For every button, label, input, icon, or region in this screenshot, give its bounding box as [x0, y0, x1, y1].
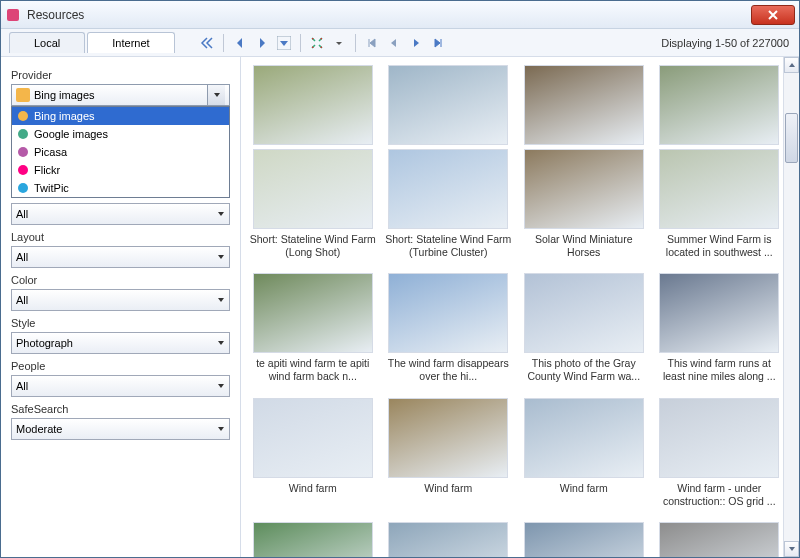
- result-card[interactable]: Wind farm: [385, 398, 513, 518]
- provider-option-label: Google images: [34, 128, 108, 140]
- expand-icon[interactable]: [307, 33, 327, 53]
- scroll-thumb[interactable]: [785, 113, 798, 163]
- result-thumbnail[interactable]: [524, 273, 644, 353]
- result-thumbnail[interactable]: [659, 273, 779, 353]
- filter-label: Color: [11, 274, 230, 286]
- result-thumbnail[interactable]: [524, 65, 644, 145]
- result-card[interactable]: Summer Wind Farm is located in southwest…: [656, 149, 784, 269]
- result-card[interactable]: [249, 522, 377, 557]
- result-card[interactable]: [520, 65, 648, 145]
- close-button[interactable]: [751, 5, 795, 25]
- result-thumbnail[interactable]: [388, 522, 508, 557]
- result-card[interactable]: Solar Wind Miniature Horses: [520, 149, 648, 269]
- scroll-up-icon[interactable]: [784, 57, 799, 73]
- chevron-down-icon: [217, 423, 225, 435]
- tab-bar: Local Internet: [9, 32, 177, 53]
- result-card[interactable]: Short: Stateline Wind Farm (Turbine Clus…: [385, 149, 513, 269]
- filter-select-style[interactable]: Photograph: [11, 332, 230, 354]
- provider-icon: [16, 109, 30, 123]
- nav-first-group-icon[interactable]: [197, 33, 217, 53]
- provider-label: Provider: [11, 69, 230, 81]
- provider-option[interactable]: Picasa: [12, 143, 229, 161]
- result-card[interactable]: Wind farm: [520, 398, 648, 518]
- nav-back-icon[interactable]: [230, 33, 250, 53]
- result-thumbnail[interactable]: [253, 398, 373, 478]
- result-card[interactable]: [385, 522, 513, 557]
- dropdown-icon[interactable]: [329, 33, 349, 53]
- result-card[interactable]: Wind farm: [249, 398, 377, 518]
- filter-value: Photograph: [16, 337, 73, 349]
- result-thumbnail[interactable]: [253, 65, 373, 145]
- result-card[interactable]: Wind farm - under construction:: OS grid…: [656, 398, 784, 518]
- result-card[interactable]: te apiti wind farm te apiti wind farm ba…: [249, 273, 377, 393]
- result-thumbnail[interactable]: [388, 398, 508, 478]
- svg-point-6: [18, 183, 28, 193]
- nav-down-icon[interactable]: [274, 33, 294, 53]
- filter-label: Layout: [11, 231, 230, 243]
- scroll-down-icon[interactable]: [784, 541, 799, 557]
- sidebar: Provider Bing images Bing imagesGoogle i…: [1, 57, 241, 557]
- provider-option[interactable]: TwitPic: [12, 179, 229, 197]
- svg-point-5: [18, 165, 28, 175]
- result-caption: Wind farm: [424, 482, 472, 495]
- filters-panel: SizeAllLayoutAllColorAllStylePhotographP…: [11, 188, 230, 440]
- result-thumbnail[interactable]: [659, 149, 779, 229]
- provider-option-label: Bing images: [34, 110, 95, 122]
- filter-select-size[interactable]: All: [11, 203, 230, 225]
- result-caption: Wind farm: [560, 482, 608, 495]
- provider-icon: [16, 145, 30, 159]
- status-text: Displaying 1-50 of 227000: [661, 37, 789, 49]
- result-thumbnail[interactable]: [524, 398, 644, 478]
- result-thumbnail[interactable]: [659, 65, 779, 145]
- result-card[interactable]: This wind farm runs at least nine miles …: [656, 273, 784, 393]
- bing-icon: [16, 88, 30, 102]
- toolbar: Local Internet Displaying 1-50 of 227000: [1, 29, 799, 57]
- result-thumbnail[interactable]: [388, 273, 508, 353]
- filter-label: People: [11, 360, 230, 372]
- page-prev-icon[interactable]: [384, 33, 404, 53]
- provider-option[interactable]: Flickr: [12, 161, 229, 179]
- page-first-icon[interactable]: [362, 33, 382, 53]
- result-card[interactable]: This photo of the Gray County Wind Farm …: [520, 273, 648, 393]
- filter-select-safesearch[interactable]: Moderate: [11, 418, 230, 440]
- result-thumbnail[interactable]: [524, 522, 644, 557]
- result-card[interactable]: [249, 65, 377, 145]
- tab-internet[interactable]: Internet: [87, 32, 174, 53]
- result-card[interactable]: The wind farm disappears over the hi...: [385, 273, 513, 393]
- result-card[interactable]: [656, 65, 784, 145]
- provider-value: Bing images: [34, 89, 95, 101]
- chevron-down-icon[interactable]: [207, 85, 225, 105]
- result-thumbnail[interactable]: [524, 149, 644, 229]
- chevron-down-icon: [217, 337, 225, 349]
- result-caption: The wind farm disappears over the hi...: [385, 357, 513, 383]
- result-card[interactable]: Short: Stateline Wind Farm (Long Shot): [249, 149, 377, 269]
- provider-option[interactable]: Google images: [12, 125, 229, 143]
- result-card[interactable]: [385, 65, 513, 145]
- result-thumbnail[interactable]: [659, 522, 779, 557]
- page-last-icon[interactable]: [428, 33, 448, 53]
- result-thumbnail[interactable]: [659, 398, 779, 478]
- result-thumbnail[interactable]: [253, 273, 373, 353]
- result-card[interactable]: [656, 522, 784, 557]
- result-thumbnail[interactable]: [388, 65, 508, 145]
- result-thumbnail[interactable]: [253, 149, 373, 229]
- result-caption: This photo of the Gray County Wind Farm …: [520, 357, 648, 383]
- filter-select-people[interactable]: All: [11, 375, 230, 397]
- filter-select-layout[interactable]: All: [11, 246, 230, 268]
- results-panel: Short: Stateline Wind Farm (Long Shot)Sh…: [241, 57, 799, 557]
- result-caption: Solar Wind Miniature Horses: [520, 233, 648, 259]
- provider-option-label: Picasa: [34, 146, 67, 158]
- result-thumbnail[interactable]: [253, 522, 373, 557]
- result-card[interactable]: [520, 522, 648, 557]
- scrollbar[interactable]: [783, 57, 799, 557]
- filter-select-color[interactable]: All: [11, 289, 230, 311]
- nav-forward-icon[interactable]: [252, 33, 272, 53]
- provider-option[interactable]: Bing images: [12, 107, 229, 125]
- filter-label: Style: [11, 317, 230, 329]
- scroll-track[interactable]: [784, 73, 799, 541]
- tab-local[interactable]: Local: [9, 32, 85, 53]
- page-next-icon[interactable]: [406, 33, 426, 53]
- filter-value: All: [16, 251, 28, 263]
- provider-combo[interactable]: Bing images Bing imagesGoogle imagesPica…: [11, 84, 230, 106]
- result-thumbnail[interactable]: [388, 149, 508, 229]
